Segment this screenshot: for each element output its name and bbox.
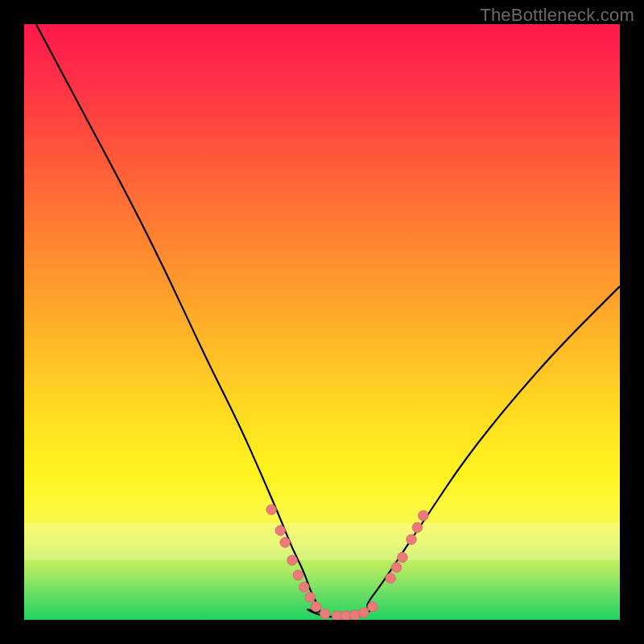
curve-marker: [287, 555, 297, 565]
curve-marker: [332, 611, 341, 620]
curve-marker: [305, 592, 315, 602]
curve-marker: [320, 609, 330, 618]
curve-marker: [391, 563, 401, 572]
curve-marker: [412, 522, 422, 532]
curve-marker: [359, 608, 369, 617]
curve-marker: [311, 602, 320, 612]
curve-marker: [398, 552, 407, 562]
curve-marker: [341, 611, 350, 620]
chart-frame: TheBottleneck.com: [0, 0, 644, 644]
v-curve: [36, 24, 620, 617]
curve-marker: [293, 570, 303, 580]
watermark-text: TheBottleneck.com: [480, 5, 634, 26]
curve-marker: [407, 535, 416, 544]
curve-marker: [350, 610, 360, 620]
curve-marker: [368, 602, 378, 612]
curve-marker: [419, 510, 428, 520]
curve-marker: [280, 538, 290, 547]
curve-marker: [386, 573, 395, 583]
chart-svg: [24, 24, 620, 620]
plot-area: [24, 24, 620, 620]
curve-marker: [299, 582, 309, 592]
curve-markers: [266, 505, 428, 620]
curve-marker: [275, 526, 285, 535]
curve-marker: [266, 505, 276, 514]
